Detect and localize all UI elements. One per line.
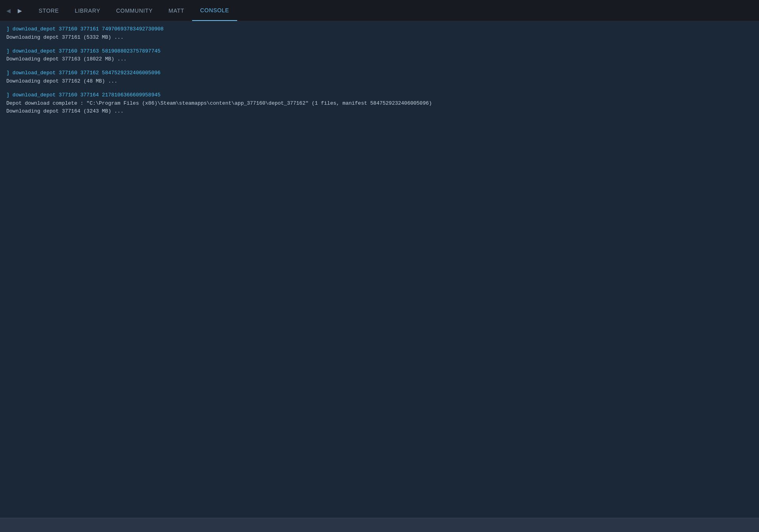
nav-community[interactable]: COMMUNITY (108, 0, 161, 21)
console-output-1-0: Downloading depot 377161 (5332 MB) ... (6, 34, 753, 42)
nav-console[interactable]: CONSOLE (192, 0, 237, 21)
back-arrow-button[interactable]: ◀ (4, 5, 13, 17)
console-output-4-0: Depot download complete : "C:\Program Fi… (6, 100, 753, 108)
nav-items: STORE LIBRARY COMMUNITY MATT CONSOLE (31, 0, 237, 21)
console-command-4: ] download_depot 377160 377164 217810636… (6, 91, 753, 100)
nav-library[interactable]: LIBRARY (67, 0, 108, 21)
console-input[interactable] (4, 522, 755, 528)
nav-arrows: ◀ ▶ (4, 5, 25, 17)
navbar: ◀ ▶ STORE LIBRARY COMMUNITY MATT CONSOLE (0, 0, 759, 21)
console-command-2: ] download_depot 377160 377163 581908802… (6, 47, 753, 56)
nav-store[interactable]: STORE (31, 0, 67, 21)
console-block-2: ] download_depot 377160 377163 581908802… (6, 47, 753, 64)
console-output-4-1: Downloading depot 377164 (3243 MB) ... (6, 107, 753, 116)
console-output-area: ] download_depot 377160 377161 749706937… (0, 21, 759, 125)
console-command-1: ] download_depot 377160 377161 749706937… (6, 25, 753, 34)
console-block-1: ] download_depot 377160 377161 749706937… (6, 25, 753, 42)
console-output-2-0: Downloading depot 377163 (18022 MB) ... (6, 55, 753, 64)
console-output-3-0: Downloading depot 377162 (48 MB) ... (6, 77, 753, 86)
console-block-3: ] download_depot 377160 377162 584752923… (6, 69, 753, 86)
nav-matt[interactable]: MATT (160, 0, 192, 21)
console-input-bar[interactable] (0, 518, 759, 532)
console-block-4: ] download_depot 377160 377164 217810636… (6, 91, 753, 116)
console-command-3: ] download_depot 377160 377162 584752923… (6, 69, 753, 77)
forward-arrow-button[interactable]: ▶ (15, 5, 25, 17)
